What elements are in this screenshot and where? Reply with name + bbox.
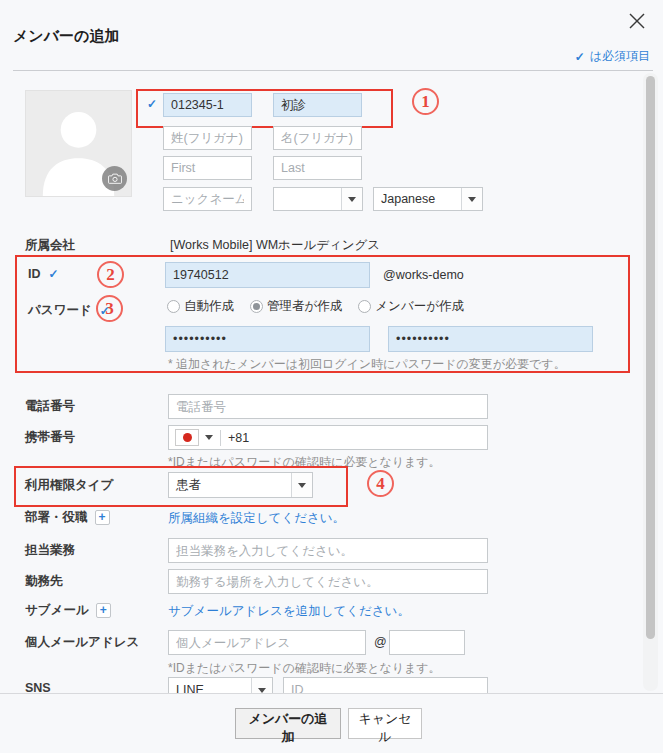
phone-label: 電話番号	[25, 398, 75, 415]
name-required-check-icon: ✓	[147, 97, 157, 111]
sns-label: SNS	[25, 681, 51, 693]
annotation-number-1: 1	[412, 88, 439, 115]
mobile-note: *IDまたはパスワードの確認時に必要となります。	[168, 454, 441, 471]
annotation-number-4: 4	[367, 470, 394, 497]
radio-auto-create[interactable]	[167, 300, 180, 313]
mobile-input-group[interactable]: +81	[168, 425, 488, 450]
member-id-input[interactable]	[165, 262, 370, 288]
radio-member-create[interactable]	[358, 300, 371, 313]
personal-email-label: 個人メールアドレス	[25, 634, 139, 651]
add-department-button[interactable]: +	[95, 510, 110, 525]
required-note-text: は必須項目	[590, 48, 650, 65]
sns-dropdown-button[interactable]	[251, 678, 272, 693]
id-label: ID ✓	[28, 267, 59, 281]
dial-code-text: +81	[228, 431, 249, 445]
password-input[interactable]	[165, 326, 370, 352]
permission-value: 患者	[169, 473, 291, 497]
email-at-sign: @	[374, 635, 387, 649]
password-confirm-input[interactable]	[388, 326, 593, 352]
submail-add-link[interactable]: サブメールアドレスを追加してください。	[168, 603, 410, 620]
footer-divider	[0, 693, 663, 694]
radio-admin-create[interactable]	[250, 300, 263, 313]
language-select[interactable]: Japanese	[373, 187, 483, 211]
visit-status-input[interactable]	[273, 93, 362, 117]
phone-input[interactable]	[168, 394, 488, 419]
japan-flag-icon	[183, 433, 192, 442]
personal-email-domain-input[interactable]	[389, 630, 465, 655]
submit-add-member-button[interactable]: メンバーの追加	[235, 708, 341, 739]
chevron-down-icon[interactable]	[205, 435, 213, 440]
nickname-input[interactable]	[163, 187, 252, 211]
language-dropdown-button[interactable]	[461, 188, 482, 210]
radio-member-create-label: メンバーが作成	[375, 298, 464, 315]
required-fields-note: ✓ は必須項目	[575, 48, 650, 65]
chevron-down-icon	[348, 197, 356, 202]
id-label-text: ID	[28, 267, 41, 281]
permission-label: 利用権限タイプ	[25, 477, 113, 494]
permission-dropdown-button[interactable]	[291, 473, 312, 497]
radio-auto-create-label: 自動作成	[184, 298, 234, 315]
last-name-kana-input[interactable]	[163, 126, 252, 150]
page-title: メンバーの追加	[13, 27, 119, 46]
workplace-input[interactable]	[168, 569, 488, 594]
annotation-number-2: 2	[97, 261, 124, 288]
password-required-check-icon: ✓	[100, 304, 110, 318]
chevron-down-icon	[258, 688, 266, 693]
cancel-button[interactable]: キャンセル	[348, 708, 422, 739]
avatar[interactable]	[25, 90, 132, 197]
duty-label: 担当業務	[25, 542, 75, 559]
sns-service-value: LINE	[169, 678, 251, 693]
last-name-input[interactable]	[273, 156, 362, 180]
add-member-dialog: メンバーの追加 ✓ は必須項目 ✓ 1	[0, 0, 663, 753]
language-value: Japanese	[374, 188, 461, 210]
camera-icon	[108, 173, 122, 184]
department-label-text: 部署・役職	[25, 509, 88, 526]
submail-label-text: サブメール	[25, 602, 89, 619]
form-scroll-area: ✓ 1 Japanese 所属会社 [Works Mobile] WMホールディ…	[0, 71, 663, 693]
company-value: [Works Mobile] WMホールディングス	[170, 237, 380, 254]
patient-id-input[interactable]	[163, 93, 252, 117]
name-order-value	[274, 188, 341, 210]
workplace-label: 勤務先	[25, 573, 63, 590]
id-required-check-icon: ✓	[49, 267, 59, 281]
close-button[interactable]	[626, 10, 648, 32]
close-icon	[629, 13, 645, 29]
first-name-kana-input[interactable]	[273, 126, 362, 150]
mobile-label: 携帯番号	[25, 429, 75, 446]
name-order-select[interactable]	[273, 187, 363, 211]
password-note: * 追加されたメンバーは初回ログイン時にパスワードの変更が必要です。	[168, 356, 566, 373]
permission-select[interactable]: 患者	[168, 472, 313, 498]
submail-label: サブメール +	[25, 602, 111, 619]
personal-email-note: *IDまたはパスワードの確認時に必要となります。	[168, 660, 441, 677]
chevron-down-icon	[468, 197, 476, 202]
radio-admin-create-label: 管理者が作成	[267, 298, 342, 315]
scrollbar-thumb[interactable]	[646, 76, 655, 639]
personal-email-input[interactable]	[168, 630, 366, 655]
first-name-input[interactable]	[163, 156, 252, 180]
add-submail-button[interactable]: +	[96, 603, 111, 618]
upload-photo-button[interactable]	[102, 166, 127, 191]
id-domain-suffix: @works-demo	[383, 268, 464, 282]
sns-id-input[interactable]	[283, 677, 488, 693]
chevron-down-icon	[298, 483, 306, 488]
password-label: パスワード ✓	[28, 302, 110, 319]
required-check-icon: ✓	[575, 50, 585, 64]
password-mode-radio-group: 自動作成 管理者が作成 メンバーが作成	[167, 298, 480, 315]
department-setup-link[interactable]: 所属組織を設定してください。	[168, 510, 345, 527]
divider	[220, 430, 221, 446]
scrollbar-track[interactable]	[643, 73, 658, 691]
sns-service-select[interactable]: LINE	[168, 677, 273, 693]
company-label: 所属会社	[25, 237, 75, 254]
name-order-dropdown-button[interactable]	[341, 188, 362, 210]
password-label-text: パスワード	[28, 302, 92, 319]
country-select[interactable]	[175, 429, 199, 446]
duty-input[interactable]	[168, 538, 488, 563]
department-label: 部署・役職 +	[25, 509, 110, 526]
